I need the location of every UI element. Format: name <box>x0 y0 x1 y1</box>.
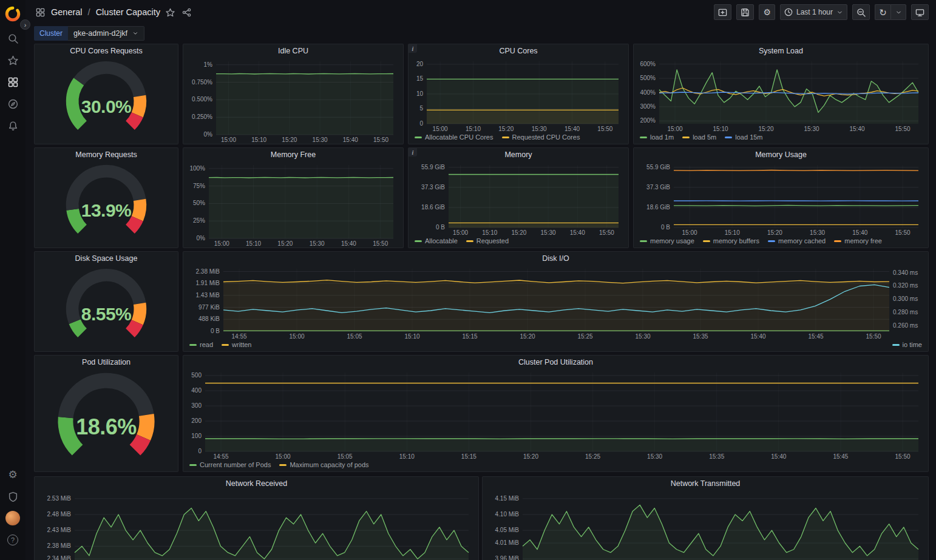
svg-text:15:20: 15:20 <box>277 240 293 247</box>
legend-label: read <box>200 341 213 348</box>
panel-title[interactable]: Pod Utilization <box>35 356 178 369</box>
sidebar-expand-button[interactable]: › <box>20 19 30 30</box>
explore-compass-icon[interactable] <box>5 96 21 112</box>
svg-text:0 B: 0 B <box>211 328 220 334</box>
legend-item[interactable]: load 1m <box>640 133 674 141</box>
panel-title[interactable]: CPU Cores Requests <box>35 44 178 58</box>
legend-item[interactable]: Allocatable CPU Cores <box>415 133 493 141</box>
chart-memory-usage[interactable]: 55.9 GiB37.3 GiB18.6 GiB0 B15:0015:1015:… <box>636 161 926 237</box>
legend-item[interactable]: load 5m <box>682 133 716 141</box>
legend-color <box>189 344 197 346</box>
svg-text:15:10: 15:10 <box>399 453 415 460</box>
sidebar: ⚙ ? <box>0 0 25 560</box>
legend-label: Requested CPU Cores <box>512 133 580 141</box>
panel-cpu-cores: i CPU Cores 2015105015:0015:1015:2015:30… <box>408 44 629 144</box>
svg-text:2.38 MiB: 2.38 MiB <box>47 542 72 549</box>
chart-memory-free[interactable]: 100%75%50%25%0%15:0015:1015:2015:3015:40… <box>186 161 401 248</box>
alerting-bell-icon[interactable] <box>5 118 21 133</box>
legend-label: load 15m <box>735 133 762 141</box>
legend-item[interactable]: memory buffers <box>703 237 759 245</box>
chart-system-load[interactable]: 600%500%400%300%200%15:0015:1015:2015:30… <box>636 58 926 133</box>
gauge-value: 13.9% <box>35 200 178 221</box>
panel-title[interactable]: Disk I/O <box>183 252 928 265</box>
panel-title[interactable]: Network Received <box>35 477 478 490</box>
svg-text:15:35: 15:35 <box>709 453 724 460</box>
svg-text:15:25: 15:25 <box>585 453 600 460</box>
svg-text:15:25: 15:25 <box>577 333 592 340</box>
panel-title[interactable]: CPU Cores <box>409 44 628 58</box>
legend-item[interactable]: Allocatable <box>415 237 458 245</box>
info-icon[interactable]: i <box>409 148 417 157</box>
panel-title[interactable]: Memory <box>409 148 628 161</box>
chart-idle-cpu[interactable]: 1%0.750%0.500%0.250%0%15:0015:1015:2015:… <box>186 58 401 144</box>
panel-title[interactable]: Memory Usage <box>634 148 928 161</box>
legend-item[interactable]: Requested <box>466 237 509 245</box>
main-area: General / Cluster Capacity ⚙ Last 1 hour <box>25 0 936 560</box>
legend-item[interactable]: memory usage <box>640 237 694 245</box>
svg-text:15:05: 15:05 <box>347 333 362 340</box>
gauge-value: 30.0% <box>35 96 178 117</box>
legend-item[interactable]: io time <box>892 341 922 348</box>
panel-cluster-pod-utilization: Cluster Pod Utilization 5004003002001000… <box>183 355 929 472</box>
panel-title[interactable]: Disk Space Usage <box>35 252 178 265</box>
legend-color <box>279 464 287 466</box>
svg-text:2.34 MiB: 2.34 MiB <box>47 555 72 560</box>
svg-text:15: 15 <box>416 75 424 82</box>
legend-item[interactable]: Current number of Pods <box>189 461 271 468</box>
svg-text:0%: 0% <box>197 235 206 241</box>
svg-text:37.3 GiB: 37.3 GiB <box>646 184 670 191</box>
svg-text:4.05 MiB: 4.05 MiB <box>495 527 520 533</box>
dashboards-icon[interactable] <box>5 74 21 90</box>
panel-title[interactable]: Network Transmitted <box>483 477 928 490</box>
legend-color <box>222 344 229 346</box>
legend-item[interactable]: written <box>222 341 251 348</box>
panel-title[interactable]: System Load <box>634 44 928 58</box>
gauge-disk-space-usage: 8.55% <box>35 265 178 351</box>
svg-text:15:00: 15:00 <box>453 229 468 236</box>
settings-gear-icon[interactable]: ⚙ <box>5 467 21 482</box>
svg-text:75%: 75% <box>193 183 205 189</box>
chart-network-received[interactable]: 2.53 MiB2.48 MiB2.43 MiB2.38 MiB2.34 MiB <box>37 490 476 560</box>
legend-label: Requested <box>476 237 509 245</box>
svg-text:400%: 400% <box>640 89 656 96</box>
help-icon[interactable]: ? <box>5 532 21 548</box>
svg-text:15:40: 15:40 <box>565 126 580 132</box>
panel-memory-requests: Memory Requests 13.9% <box>34 147 178 248</box>
chart-disk-io[interactable]: 2.38 MiB1.91 MiB1.43 MiB977 KiB488 KiB0 … <box>186 265 926 340</box>
panel-title[interactable]: Memory Requests <box>35 148 178 161</box>
svg-text:0%: 0% <box>204 131 213 138</box>
svg-text:1.91 MiB: 1.91 MiB <box>196 280 220 286</box>
legend-item[interactable]: read <box>189 341 213 348</box>
svg-text:4.10 MiB: 4.10 MiB <box>495 511 520 518</box>
chart-memory[interactable]: 55.9 GiB37.3 GiB18.6 GiB0 B15:0015:1015:… <box>411 161 626 237</box>
user-avatar[interactable] <box>5 510 21 526</box>
legend-item[interactable]: Maximum capacity of pods <box>279 461 368 468</box>
svg-text:488 KiB: 488 KiB <box>198 315 220 322</box>
chart-legend: readwrittenio time <box>183 340 928 351</box>
legend-item[interactable]: memory free <box>834 237 882 245</box>
svg-text:0 B: 0 B <box>436 224 445 231</box>
svg-text:15:40: 15:40 <box>750 333 765 340</box>
chart-cpu-cores[interactable]: 2015105015:0015:1015:2015:3015:4015:50 <box>411 58 626 133</box>
panel-title[interactable]: Memory Free <box>183 148 403 161</box>
legend-item[interactable]: memory cached <box>768 237 826 245</box>
svg-text:15:30: 15:30 <box>635 333 650 340</box>
chart-legend: Allocatable CPU CoresRequested CPU Cores <box>409 133 628 144</box>
legend-item[interactable]: Requested CPU Cores <box>502 133 580 141</box>
search-icon[interactable] <box>5 30 21 46</box>
legend-color <box>189 464 197 466</box>
chart-cluster-pod-utilization[interactable]: 500400300200100014:5515:0015:0515:1015:1… <box>186 369 926 460</box>
legend-label: Allocatable <box>425 237 458 245</box>
panel-idle-cpu: Idle CPU 1%0.750%0.500%0.250%0%15:0015:1… <box>183 44 404 144</box>
svg-text:15:00: 15:00 <box>289 333 304 340</box>
legend-item[interactable]: load 15m <box>725 133 762 141</box>
grafana-logo-icon[interactable] <box>5 6 21 22</box>
starred-icon[interactable] <box>5 52 21 68</box>
svg-text:15:50: 15:50 <box>895 453 910 460</box>
info-icon[interactable]: i <box>409 44 417 53</box>
server-admin-shield-icon[interactable] <box>5 488 21 504</box>
panel-title[interactable]: Idle CPU <box>183 44 403 58</box>
chart-network-transmitted[interactable]: 4.15 MiB4.10 MiB4.05 MiB4.01 MiB3.96 MiB <box>485 490 926 560</box>
svg-text:15:40: 15:40 <box>341 240 356 247</box>
panel-title[interactable]: Cluster Pod Utilization <box>183 356 928 369</box>
